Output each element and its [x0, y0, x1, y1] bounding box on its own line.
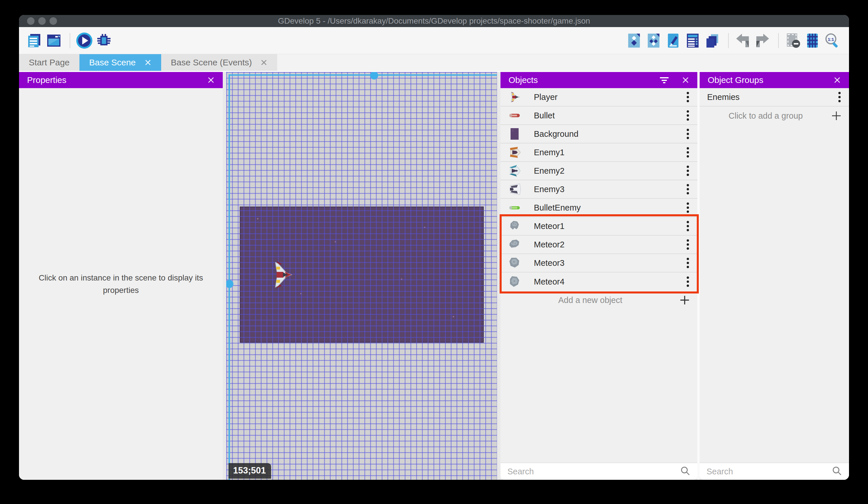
add-group-label: Click to add a group [729, 111, 820, 121]
object-label: Meteor1 [534, 221, 686, 231]
scene-window-icon[interactable] [45, 32, 63, 50]
object-label: Meteor4 [534, 277, 686, 286]
object-row-enemy3[interactable]: Enemy3 [500, 180, 698, 199]
object-menu-icon[interactable] [686, 183, 690, 195]
tab-base-scene-events[interactable]: Base Scene (Events) [161, 54, 277, 71]
editor-tabbar: Start Page Base Scene Base Scene (Events… [19, 54, 849, 71]
enemy2-ship-icon [508, 164, 521, 178]
tab-base-scene[interactable]: Base Scene [80, 54, 161, 71]
add-object-button[interactable]: Add a new object [500, 291, 698, 309]
panel-title: Properties [27, 75, 207, 85]
object-label: Enemy3 [534, 185, 686, 194]
tab-close-icon[interactable] [260, 59, 267, 66]
object-groups-search-input[interactable] [706, 467, 832, 476]
object-row-meteor2[interactable]: Meteor2 [500, 235, 698, 254]
filter-icon[interactable] [659, 77, 669, 83]
panel-divider[interactable] [223, 72, 226, 480]
plus-icon [680, 295, 690, 307]
panel-divider[interactable] [698, 72, 700, 480]
scene-grid [226, 72, 497, 480]
add-object-icon[interactable] [625, 32, 643, 50]
panel-divider[interactable] [497, 72, 500, 480]
zoom-1-1-icon[interactable]: 1:1 [823, 32, 841, 50]
selection-border-left [228, 74, 230, 480]
cursor-coordinates-badge: 153;501 [228, 463, 271, 478]
object-menu-icon[interactable] [686, 220, 690, 232]
toolbar-divider [70, 33, 70, 48]
object-row-meteor4[interactable]: Meteor4 [500, 272, 698, 291]
redo-icon[interactable] [753, 32, 771, 50]
minimize-window-button[interactable] [38, 17, 46, 25]
svg-text:1:1: 1:1 [828, 37, 834, 42]
enemy3-ship-icon [508, 183, 521, 196]
tab-label: Base Scene (Events) [171, 58, 252, 67]
enemy-bullet-icon [508, 201, 521, 214]
object-row-enemy1[interactable]: Enemy1 [500, 143, 698, 162]
close-panel-icon[interactable] [682, 76, 689, 84]
meteor-icon [508, 238, 521, 251]
object-menu-icon[interactable] [686, 276, 690, 288]
object-row-player[interactable]: Player [500, 88, 698, 107]
close-panel-icon[interactable] [207, 76, 215, 84]
object-label: BulletEnemy [534, 203, 686, 213]
object-row-meteor3[interactable]: Meteor3 [500, 254, 698, 272]
close-window-button[interactable] [27, 17, 34, 25]
properties-empty-message: Click on an instance in the scene to dis… [19, 88, 223, 480]
properties-header: Properties [19, 72, 223, 88]
object-menu-icon[interactable] [686, 147, 690, 158]
panel-title: Object Groups [708, 75, 834, 85]
object-menu-icon[interactable] [686, 110, 690, 121]
object-menu-icon[interactable] [686, 128, 690, 140]
panel-title: Objects [508, 75, 659, 85]
object-menu-icon[interactable] [686, 202, 690, 213]
objects-search-input[interactable] [507, 467, 680, 476]
player-ship-instance[interactable] [269, 261, 293, 289]
object-groups-header: Object Groups [700, 72, 849, 88]
plus-icon [831, 111, 841, 123]
edit-properties-icon[interactable] [664, 32, 682, 50]
meteor-icon [508, 220, 521, 233]
undo-icon[interactable] [734, 32, 752, 50]
layers-icon[interactable] [703, 32, 721, 50]
tab-label: Base Scene [89, 58, 136, 67]
object-row-bullet[interactable]: Bullet [500, 107, 698, 125]
tab-close-icon[interactable] [144, 59, 151, 66]
toggle-grid-icon[interactable] [804, 32, 822, 50]
object-label: Meteor2 [534, 240, 686, 249]
title-bar: GDevelop 5 - /Users/dkarakay/Documents/G… [19, 15, 849, 27]
objects-list-icon[interactable] [684, 32, 702, 50]
object-row-bulletenemy[interactable]: BulletEnemy [500, 199, 698, 217]
object-row-background[interactable]: Background [500, 125, 698, 143]
object-label: Player [534, 92, 686, 102]
play-icon[interactable] [75, 32, 93, 50]
debug-icon[interactable] [95, 32, 113, 50]
maximize-window-button[interactable] [50, 17, 57, 25]
object-row-enemy2[interactable]: Enemy2 [500, 162, 698, 180]
object-menu-icon[interactable] [686, 91, 690, 103]
traffic-lights [27, 17, 57, 25]
main-content: Properties Click on an instance in the s… [19, 71, 849, 480]
group-label: Enemies [707, 92, 837, 102]
add-group-button[interactable]: Click to add a group [700, 107, 849, 125]
meteor-icon [508, 275, 521, 288]
toggle-mask-icon[interactable] [784, 32, 802, 50]
object-label: Enemy2 [534, 166, 686, 176]
object-menu-icon[interactable] [686, 257, 690, 269]
close-panel-icon[interactable] [834, 76, 841, 84]
meteor-icon [508, 256, 521, 270]
scene-canvas[interactable]: 153;501 [226, 72, 497, 480]
search-icon [680, 466, 690, 477]
instances-icon[interactable] [645, 32, 662, 50]
group-menu-icon[interactable] [837, 91, 841, 103]
object-label: Bullet [534, 111, 686, 120]
tab-start-page[interactable]: Start Page [19, 54, 80, 71]
object-row-meteor1[interactable]: Meteor1 [500, 217, 698, 235]
group-row-enemies[interactable]: Enemies [700, 88, 849, 107]
object-menu-icon[interactable] [686, 165, 690, 177]
project-manager-icon[interactable] [25, 32, 43, 50]
object-label: Meteor3 [534, 258, 686, 268]
object-menu-icon[interactable] [686, 239, 690, 250]
properties-panel: Properties Click on an instance in the s… [19, 72, 223, 480]
objects-header: Objects [500, 72, 698, 88]
object-label: Enemy1 [534, 148, 686, 157]
